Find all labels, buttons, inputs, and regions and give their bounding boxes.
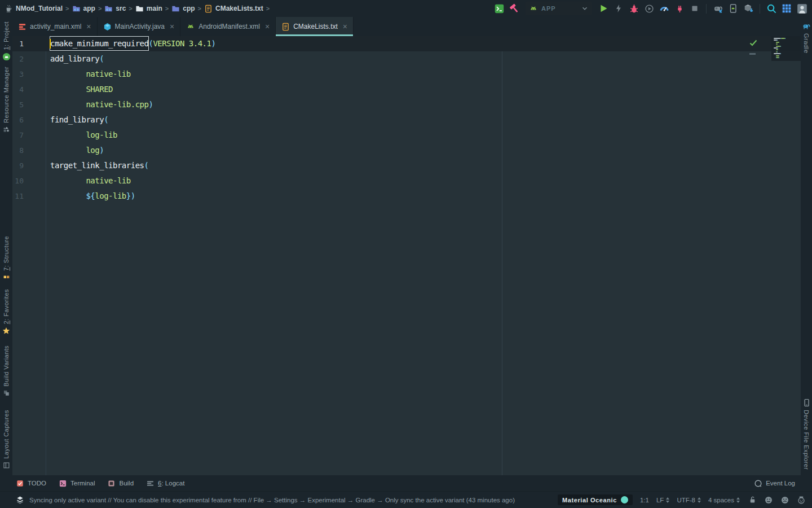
profile-avatar-button[interactable]	[796, 3, 807, 14]
profiler-button[interactable]	[659, 3, 670, 14]
status-bar: Syncing only active variant // You can d…	[0, 491, 812, 508]
run-coverage-button[interactable]	[643, 3, 655, 14]
breadcrumb-item-nmod-tutorial[interactable]: NMod_Tutorial	[16, 5, 63, 12]
code-text[interactable]: native-lib	[50, 173, 131, 189]
code-text[interactable]: log-lib	[50, 128, 117, 143]
stripe-button-gradle[interactable]: Gradle	[801, 21, 812, 53]
tab-activity-main-xml[interactable]: activity_main.xml×	[12, 17, 98, 36]
run-configuration-select[interactable]: APP	[526, 2, 592, 15]
breadcrumb: NMod_Tutorial>app>src>main>cpp>CMakeList…	[5, 5, 270, 13]
stripe-button-layout-captures[interactable]: Layout Captures	[0, 410, 12, 469]
white-folder-icon	[135, 5, 144, 13]
tool-button-label: Event Log	[766, 480, 795, 487]
unlock-button[interactable]	[747, 495, 757, 505]
caret-position-widget[interactable]: 1:1	[640, 497, 649, 503]
tool-button-build[interactable]: Build	[107, 479, 134, 488]
breadcrumb-item-main[interactable]: main	[135, 5, 162, 13]
toolbar-actions: APP	[493, 2, 807, 15]
tab-androidmanifest-xml[interactable]: AndroidManifest.xml×	[180, 17, 276, 36]
folder-icon	[171, 5, 180, 13]
stripe-button-7-structure[interactable]: 7: Structure	[0, 236, 12, 281]
code-line: 7 log-lib	[12, 128, 801, 143]
line-number: 10	[12, 173, 24, 189]
breadcrumb-item-src[interactable]: src	[104, 5, 126, 13]
stop-button[interactable]	[689, 3, 700, 14]
apply-changes-button[interactable]	[613, 3, 624, 14]
encoding-selector[interactable]: UTF-8	[677, 497, 701, 503]
indent-selector[interactable]: 4 spaces	[708, 497, 740, 503]
close-icon[interactable]: ×	[170, 23, 174, 30]
terminal-run-button[interactable]	[493, 3, 505, 14]
code-minimap[interactable]	[771, 36, 801, 61]
code-text[interactable]: cmake_minimum_required(VERSION 3.4.1)	[50, 36, 215, 51]
code-line: 2add_library(	[12, 51, 801, 67]
stripe-label: Device File Explorer	[803, 410, 810, 470]
breadcrumb-label: cpp	[183, 5, 195, 12]
code-text[interactable]: native-lib	[50, 67, 131, 82]
tool-button-event-log[interactable]: Event Log	[754, 479, 795, 488]
terminal-tool-icon	[59, 479, 67, 488]
search-icon	[766, 3, 777, 14]
grid-button[interactable]	[781, 3, 792, 14]
close-icon[interactable]: ×	[86, 23, 91, 30]
tab-cmakelists-txt[interactable]: CMakeLists.txt×	[276, 17, 354, 36]
code-text[interactable]: native-lib.cpp)	[50, 97, 153, 112]
code-text[interactable]: ${log-lib})	[50, 189, 135, 204]
debug-button[interactable]	[628, 3, 639, 14]
code-line: 5 native-lib.cpp)	[12, 97, 801, 112]
stripe-button-2-favorites[interactable]: 2: Favorites	[0, 289, 12, 335]
bug-icon	[629, 4, 639, 14]
line-ending-selector[interactable]: LF	[656, 497, 669, 503]
breadcrumb-item-cmakelists-txt[interactable]: CMakeLists.txt	[204, 5, 263, 13]
breadcrumb-item-cpp[interactable]: cpp	[171, 5, 195, 13]
tab-label: activity_main.xml	[30, 23, 81, 30]
avd-manager-button[interactable]	[727, 3, 739, 14]
sad-face-button[interactable]	[780, 495, 790, 505]
code-text[interactable]: find_library(	[50, 112, 108, 128]
terminal-run-icon	[494, 3, 505, 14]
sdk-manager-icon	[743, 3, 753, 14]
search-everywhere-button[interactable]	[766, 3, 777, 14]
editor[interactable]: 1cmake_minimum_required(VERSION 3.4.1)2a…	[12, 36, 801, 475]
stripe-button-resource-manager[interactable]: Resource Manager	[0, 67, 12, 133]
build-hammer-button[interactable]	[509, 3, 520, 14]
close-icon[interactable]: ×	[265, 23, 270, 30]
tool-button-6-logcat[interactable]: 6: Logcat	[146, 479, 184, 488]
attach-debugger-button[interactable]	[674, 3, 685, 14]
unlock-icon	[748, 496, 757, 504]
run-button[interactable]	[598, 3, 609, 14]
resource-manager-icon	[3, 126, 10, 133]
robot-face-button[interactable]	[796, 495, 806, 505]
inspections-widget[interactable]	[749, 38, 758, 61]
code-text[interactable]: add_library(	[50, 51, 104, 67]
breadcrumb-item-app[interactable]: app	[72, 5, 95, 13]
line-number: 3	[12, 67, 24, 82]
code-text[interactable]: SHARED	[50, 82, 113, 97]
theme-selector[interactable]: Material Oceanic	[558, 494, 633, 505]
tab-mainactivity-java[interactable]: MainActivity.java×	[98, 17, 181, 36]
toolbar-separator	[706, 4, 707, 14]
module-folder-icon	[104, 5, 113, 13]
scrollbar-mark	[749, 53, 756, 55]
code-line: 3 native-lib	[12, 67, 801, 82]
tool-button-terminal[interactable]: Terminal	[59, 479, 95, 488]
text-file-icon	[204, 5, 213, 13]
gradle-sync-button[interactable]	[712, 3, 723, 14]
stripe-button-device-file-explorer[interactable]: Device File Explorer	[801, 398, 812, 470]
code-text[interactable]: target_link_libraries(	[50, 158, 148, 173]
tool-button-label: TODO	[28, 480, 46, 487]
tool-button-todo[interactable]: TODO	[16, 479, 46, 488]
happy-face-icon	[764, 496, 773, 505]
sdk-manager-button[interactable]	[743, 3, 754, 14]
stripe-button-1-project[interactable]: 1: Project	[0, 21, 12, 61]
stripe-button-build-variants[interactable]: Build Variants	[0, 345, 12, 397]
happy-face-button[interactable]	[764, 495, 774, 505]
text-caret	[50, 39, 51, 49]
editor-tab-bar: activity_main.xml×MainActivity.java×Andr…	[12, 17, 801, 36]
close-icon[interactable]: ×	[343, 23, 347, 30]
device-file-explorer-icon	[802, 398, 811, 407]
left-tool-stripe: 1: ProjectResource Manager7: Structure2:…	[0, 17, 12, 475]
stripe-label: Gradle	[803, 33, 810, 53]
stripe-label: 1: Project	[3, 21, 10, 50]
code-text[interactable]: log)	[50, 143, 104, 158]
